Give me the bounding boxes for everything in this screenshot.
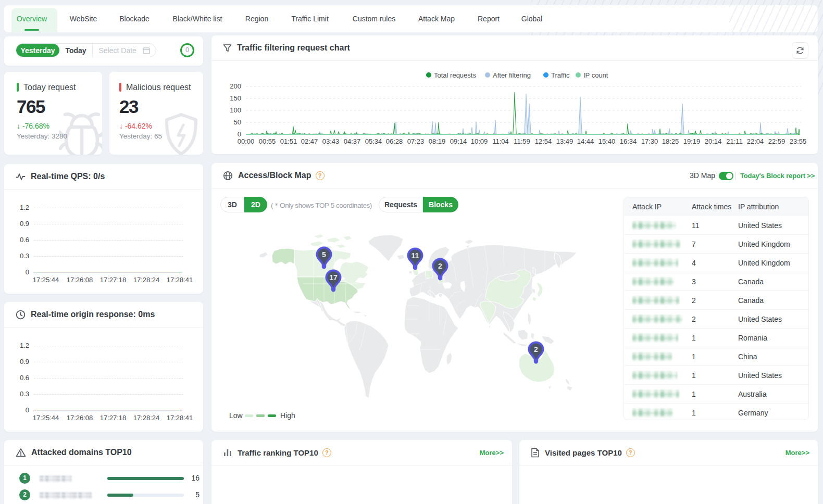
svg-text:IP count: IP count bbox=[583, 71, 608, 79]
svg-text:0: 0 bbox=[238, 130, 241, 138]
svg-text:21:11: 21:11 bbox=[726, 137, 743, 145]
svg-text:200: 200 bbox=[230, 82, 241, 90]
svg-text:11: 11 bbox=[412, 251, 419, 260]
svg-text:01:51: 01:51 bbox=[280, 137, 297, 145]
svg-text:10:09: 10:09 bbox=[471, 137, 488, 145]
svg-text:20:14: 20:14 bbox=[705, 137, 722, 145]
svg-text:04:37: 04:37 bbox=[344, 137, 361, 145]
svg-text:11:59: 11:59 bbox=[514, 137, 530, 145]
svg-text:150: 150 bbox=[230, 94, 241, 102]
svg-text:18:25: 18:25 bbox=[662, 137, 679, 145]
svg-text:15:40: 15:40 bbox=[598, 137, 616, 145]
svg-text:2: 2 bbox=[438, 262, 442, 270]
svg-text:02:47: 02:47 bbox=[301, 137, 318, 145]
svg-text:2: 2 bbox=[534, 345, 538, 354]
svg-text:14:44: 14:44 bbox=[577, 137, 594, 145]
svg-text:17: 17 bbox=[329, 273, 338, 282]
svg-text:50: 50 bbox=[234, 118, 241, 126]
svg-text:22:04: 22:04 bbox=[747, 137, 764, 145]
svg-text:08:19: 08:19 bbox=[429, 137, 446, 145]
svg-text:19:19: 19:19 bbox=[683, 137, 701, 145]
svg-text:11:04: 11:04 bbox=[492, 137, 509, 145]
svg-text:5: 5 bbox=[322, 250, 326, 259]
svg-text:12:54: 12:54 bbox=[535, 137, 552, 145]
svg-text:13:49: 13:49 bbox=[556, 137, 573, 145]
svg-text:07:23: 07:23 bbox=[407, 137, 425, 145]
svg-text:22:59: 22:59 bbox=[768, 137, 785, 145]
svg-text:00:55: 00:55 bbox=[259, 137, 276, 145]
svg-text:05:34: 05:34 bbox=[365, 137, 382, 145]
svg-text:16:34: 16:34 bbox=[620, 137, 637, 145]
svg-text:17:30: 17:30 bbox=[641, 137, 658, 145]
svg-text:Traffic: Traffic bbox=[551, 71, 570, 79]
svg-text:00:00: 00:00 bbox=[238, 137, 255, 145]
svg-text:23:55: 23:55 bbox=[790, 137, 807, 145]
svg-text:After filtering: After filtering bbox=[493, 71, 531, 79]
svg-text:09:14: 09:14 bbox=[450, 137, 467, 145]
svg-text:06:28: 06:28 bbox=[386, 137, 403, 145]
svg-text:03:43: 03:43 bbox=[322, 137, 340, 145]
svg-text:100: 100 bbox=[230, 106, 241, 114]
svg-text:Total requests: Total requests bbox=[434, 71, 476, 79]
